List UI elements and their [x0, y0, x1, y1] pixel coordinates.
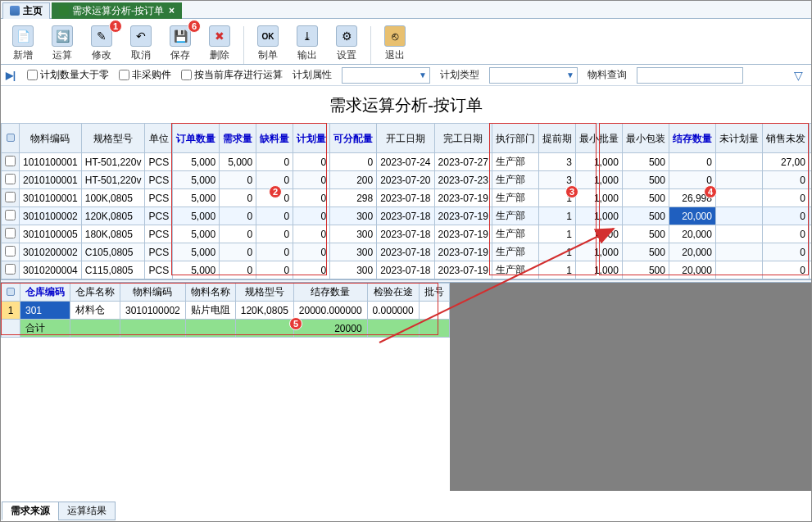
col-spec[interactable]: 规格型号 [81, 124, 145, 153]
combo-plan-type[interactable]: ▼ [489, 67, 578, 84]
col-sales-unship[interactable]: 销售未发 [762, 124, 809, 153]
sub-whcode[interactable]: 301 [20, 302, 70, 320]
tab-calc-result[interactable]: 运算结果 [58, 502, 116, 520]
cell-short[interactable]: 0 [256, 207, 293, 225]
cell-uom[interactable]: PCS [145, 189, 173, 207]
col-order-qty[interactable]: 订单数量 [173, 124, 220, 153]
cell-short[interactable]: 0 [256, 261, 293, 279]
cell-spec[interactable]: 180K,0805 [81, 225, 145, 243]
save-button[interactable]: 💾 保存 6 [161, 21, 199, 64]
cell-alloc[interactable]: 300 [330, 207, 377, 225]
cell-ship[interactable]: 0 [809, 153, 811, 171]
cell-alloc[interactable]: 300 [330, 243, 377, 261]
cell-req[interactable]: 0 [220, 189, 256, 207]
table-row[interactable]: 2010100001HT-501,220vPCS5,0000002002023-… [2, 171, 812, 189]
cell-ship[interactable]: 0 [809, 261, 811, 279]
cell-unplan[interactable] [715, 225, 762, 243]
cell-ord[interactable]: 5,000 [173, 189, 220, 207]
cell-start[interactable]: 2023-07-18 [377, 189, 434, 207]
table-row[interactable]: 3010100001100K,0805PCS5,0000002982023-07… [2, 189, 812, 207]
cell-code[interactable]: 1010100001 [20, 153, 82, 171]
col-dept[interactable]: 执行部门 [492, 124, 538, 153]
cell-unplan[interactable] [715, 171, 762, 189]
cell-code[interactable]: 3010200004 [20, 261, 82, 279]
col-ship-way[interactable]: 发货在途 [809, 124, 811, 153]
table-row[interactable]: 3010100005180K,0805PCS5,0000003002023-07… [2, 225, 812, 243]
cell-unplan[interactable] [715, 207, 762, 225]
cell-uom[interactable]: PCS [145, 207, 173, 225]
cell-req[interactable]: 0 [220, 207, 256, 225]
cell-req[interactable]: 0 [220, 225, 256, 243]
cell-ord[interactable]: 5,000 [173, 207, 220, 225]
cell-uom[interactable]: PCS [145, 171, 173, 189]
tab-home[interactable]: 主页 [2, 2, 50, 19]
new-button[interactable]: 📄 新增 [4, 21, 42, 64]
cell-short[interactable]: 0 [256, 153, 293, 171]
row-checkbox[interactable] [2, 153, 20, 171]
sub-insp[interactable]: 0.000000 [367, 302, 419, 320]
row-checkbox[interactable] [2, 261, 20, 279]
sub-batch[interactable] [419, 302, 449, 320]
calc-button[interactable]: 🔄 运算 [43, 21, 81, 64]
combo-plan-attr-input[interactable] [342, 68, 416, 83]
cell-end[interactable]: 2023-07-19 [434, 243, 492, 261]
subcol-insp[interactable]: 检验在途 [367, 284, 419, 302]
col-end-date[interactable]: 完工日期 [434, 124, 492, 153]
close-icon[interactable]: × [169, 5, 175, 16]
row-checkbox[interactable] [2, 243, 20, 261]
cell-minlot[interactable]: 1,000 [575, 153, 622, 171]
cell-sunf[interactable]: 0 [762, 189, 809, 207]
make-order-button[interactable]: OK 制单 [249, 21, 287, 64]
cell-uom[interactable]: PCS [145, 261, 173, 279]
cell-start[interactable]: 2023-07-18 [377, 261, 434, 279]
cell-spec[interactable]: C115,0805 [81, 261, 145, 279]
cell-spec[interactable]: C105,0805 [81, 243, 145, 261]
sub-mcode[interactable]: 3010100002 [120, 302, 186, 320]
cell-dept[interactable]: 生产部 [492, 243, 538, 261]
cell-plan[interactable]: 0 [293, 207, 330, 225]
cell-plan[interactable]: 0 [293, 189, 330, 207]
cell-lead[interactable]: 1 [538, 243, 575, 261]
cell-code[interactable]: 3010100002 [20, 207, 82, 225]
combo-plan-attr[interactable]: ▼ [342, 67, 430, 84]
cell-plan[interactable]: 0 [293, 171, 330, 189]
cell-code[interactable]: 3010100005 [20, 225, 82, 243]
cell-code[interactable]: 3010200002 [20, 243, 82, 261]
exit-button[interactable]: ⎋ 退出 [376, 21, 414, 64]
cell-sunf[interactable]: 0 [762, 207, 809, 225]
sub-mname[interactable]: 贴片电阻 [185, 302, 235, 320]
cell-sunf[interactable]: 0 [762, 171, 809, 189]
cell-end[interactable]: 2023-07-19 [434, 261, 492, 279]
col-minlot[interactable]: 最小批量 [575, 124, 622, 153]
edit-button[interactable]: ✎ 修改 1 [83, 21, 120, 64]
cell-uom[interactable]: PCS [145, 153, 173, 171]
cell-stock[interactable]: 0 [669, 153, 715, 171]
col-start-date[interactable]: 开工日期 [377, 124, 434, 153]
main-grid-scroll[interactable]: 物料编码 规格型号 单位 订单数量 需求量 缺料量 计划量 可分配量 开工日期 … [1, 123, 811, 279]
delete-button[interactable]: ✖ 删除 [201, 21, 238, 64]
cell-short[interactable]: 0 [256, 243, 293, 261]
cell-alloc[interactable]: 300 [330, 225, 377, 243]
cell-unplan[interactable] [715, 153, 762, 171]
cell-minlot[interactable]: 1,000 [575, 225, 622, 243]
tab-current[interactable]: 需求运算分析-按订单 × [52, 2, 182, 19]
cell-ship[interactable]: 0 [809, 225, 811, 243]
cell-minpack[interactable]: 500 [622, 153, 669, 171]
cell-req[interactable]: 0 [220, 261, 256, 279]
cell-minlot[interactable]: 1,000 [575, 207, 622, 225]
chk-use-current-stock[interactable]: 按当前库存进行运算 [181, 68, 283, 82]
subcol-batch[interactable]: 批号 [419, 284, 449, 302]
cell-ord[interactable]: 5,000 [173, 153, 220, 171]
cell-uom[interactable]: PCS [145, 243, 173, 261]
chevron-down-icon[interactable]: ▼ [564, 70, 577, 79]
cell-start[interactable]: 2023-07-18 [377, 225, 434, 243]
row-checkbox[interactable] [2, 225, 20, 243]
cell-ord[interactable]: 5,000 [173, 261, 220, 279]
table-row[interactable]: 3010200002C105,0805PCS5,0000003002023-07… [2, 243, 812, 261]
cell-sunf[interactable]: 0 [762, 261, 809, 279]
subcol-mcode[interactable]: 物料编码 [120, 284, 186, 302]
cell-stock[interactable]: 20,000 [669, 225, 715, 243]
cell-ship[interactable]: 0 [809, 207, 811, 225]
col-uom[interactable]: 单位 [145, 124, 173, 153]
cell-ship[interactable]: 0 [809, 189, 811, 207]
